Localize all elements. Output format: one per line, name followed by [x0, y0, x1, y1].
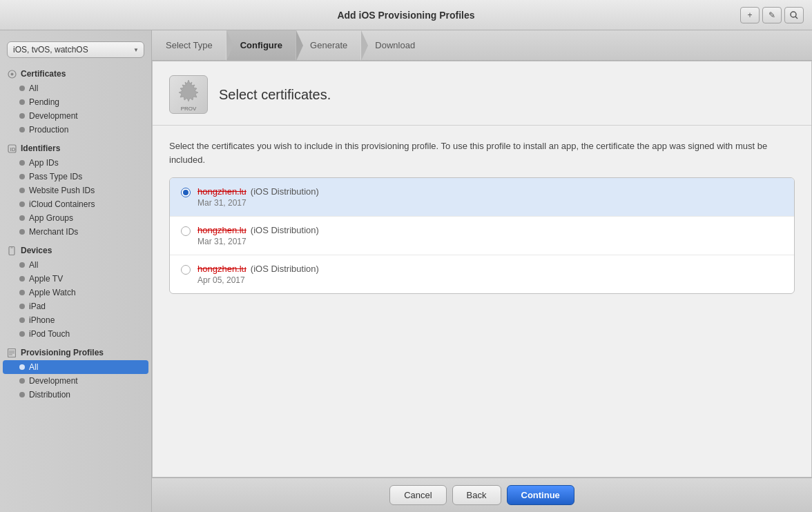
dot-icon — [19, 276, 25, 282]
sidebar-section-certificates: Certificates All Pending Development Pro… — [0, 66, 151, 137]
step-download[interactable]: Download — [361, 30, 429, 60]
sidebar-item-production[interactable]: Production — [0, 123, 151, 137]
svg-text:ID: ID — [10, 146, 15, 152]
sidebar-item-website-push-ids[interactable]: Website Push IDs — [0, 184, 151, 197]
sidebar-item-apple-watch[interactable]: Apple Watch — [0, 286, 151, 299]
cert-date-3: Apr 05, 2017 — [197, 275, 319, 285]
platform-select-wrapper[interactable]: iOS, tvOS, watchOS macOS — [7, 41, 144, 58]
dot-icon — [19, 113, 25, 119]
cancel-button[interactable]: Cancel — [389, 485, 446, 505]
sidebar-section-identifiers: ID Identifiers App IDs Pass Type IDs Web… — [0, 141, 151, 239]
window-title: Add iOS Provisioning Profiles — [337, 10, 474, 21]
bottom-bar: Cancel Back Continue — [152, 477, 812, 512]
step-generate[interactable]: Generate — [296, 30, 361, 60]
identifiers-label: Identifiers — [21, 144, 60, 153]
main-layout: iOS, tvOS, watchOS macOS Certificates Al… — [0, 30, 812, 512]
sidebar-item-app-groups[interactable]: App Groups — [0, 211, 151, 225]
sidebar-item-all-profiles[interactable]: All — [3, 360, 148, 374]
sidebar-section-header-profiles: Provisioning Profiles — [0, 345, 151, 360]
cert-item-2[interactable]: hongzhen.lu (iOS Distribution) Mar 31, 2… — [170, 217, 794, 255]
identifier-icon: ID — [7, 144, 17, 153]
dot-icon — [19, 290, 25, 295]
sidebar-section-provisioning-profiles: Provisioning Profiles All Development Di… — [0, 345, 151, 402]
sidebar-item-app-ids[interactable]: App IDs — [0, 156, 151, 170]
cert-name-text-2: hongzhen.lu — [197, 225, 246, 235]
cert-name-1: hongzhen.lu (iOS Distribution) — [197, 186, 319, 197]
title-bar-actions: + ✎ — [740, 7, 804, 23]
sidebar-item-icloud-containers[interactable]: iCloud Containers — [0, 197, 151, 211]
edit-button[interactable]: ✎ — [762, 7, 782, 23]
sidebar-item-pending[interactable]: Pending — [0, 95, 151, 109]
sidebar-item-pass-type-ids[interactable]: Pass Type IDs — [0, 170, 151, 184]
dot-icon — [19, 262, 25, 268]
panel-icon: PROV — [169, 75, 208, 114]
sidebar-item-ipad[interactable]: iPad — [0, 299, 151, 313]
step-bar: Select Type Configure Generate Download — [152, 30, 812, 61]
sidebar-item-ipod-touch[interactable]: iPod Touch — [0, 327, 151, 341]
cert-type-2: (iOS Distribution) — [251, 225, 319, 235]
sidebar: iOS, tvOS, watchOS macOS Certificates Al… — [0, 30, 152, 512]
dot-icon — [19, 364, 25, 370]
sidebar-section-header-devices: Devices — [0, 243, 151, 258]
dot-icon — [19, 127, 25, 132]
platform-select[interactable]: iOS, tvOS, watchOS macOS — [7, 41, 144, 58]
search-icon — [790, 11, 798, 19]
back-button[interactable]: Back — [452, 485, 501, 505]
cert-info-1: hongzhen.lu (iOS Distribution) Mar 31, 2… — [197, 186, 319, 208]
cert-date-2: Mar 31, 2017 — [197, 237, 319, 246]
sidebar-section-header-certificates: Certificates — [0, 66, 151, 81]
cert-item-3[interactable]: hongzhen.lu (iOS Distribution) Apr 05, 2… — [170, 255, 794, 293]
panel: PROV Select certificates. Select the cer… — [152, 61, 812, 477]
gear-icon — [176, 77, 201, 102]
panel-header: PROV Select certificates. — [153, 61, 811, 126]
devices-label: Devices — [21, 246, 52, 255]
cert-radio-1[interactable] — [181, 188, 191, 197]
cert-item-1[interactable]: hongzhen.lu (iOS Distribution) Mar 31, 2… — [170, 178, 794, 217]
cert-name-3: hongzhen.lu (iOS Distribution) — [197, 264, 319, 274]
sidebar-item-development-profiles[interactable]: Development — [0, 374, 151, 388]
dot-icon — [19, 392, 25, 397]
step-configure[interactable]: Configure — [226, 30, 296, 60]
dot-icon — [19, 188, 25, 193]
add-button[interactable]: + — [740, 7, 760, 23]
cert-info-3: hongzhen.lu (iOS Distribution) Apr 05, 2… — [197, 264, 319, 285]
sidebar-item-all-devices[interactable]: All — [0, 258, 151, 272]
dot-icon — [19, 86, 25, 91]
sidebar-item-distribution-profiles[interactable]: Distribution — [0, 388, 151, 402]
continue-button[interactable]: Continue — [507, 485, 574, 505]
provisioning-profiles-label: Provisioning Profiles — [21, 348, 104, 357]
platform-selector[interactable]: iOS, tvOS, watchOS macOS — [7, 41, 144, 58]
sidebar-item-development-certs[interactable]: Development — [0, 109, 151, 123]
cert-name-2: hongzhen.lu (iOS Distribution) — [197, 225, 319, 235]
cert-radio-3[interactable] — [181, 265, 191, 275]
dot-icon — [19, 229, 25, 235]
dot-icon — [19, 201, 25, 207]
cert-radio-2[interactable] — [181, 226, 191, 236]
panel-body: Select the certificates you wish to incl… — [153, 126, 811, 477]
search-button[interactable] — [784, 7, 804, 23]
certificates-label: Certificates — [21, 69, 66, 79]
certificate-icon — [7, 69, 17, 79]
cert-name-text-3: hongzhen.lu — [197, 264, 246, 274]
sidebar-item-apple-tv[interactable]: Apple TV — [0, 272, 151, 286]
dot-icon — [19, 174, 25, 179]
dot-icon — [19, 160, 25, 166]
cert-type-1: (iOS Distribution) — [251, 186, 319, 197]
cert-type-3: (iOS Distribution) — [251, 264, 319, 274]
sidebar-section-devices: Devices All Apple TV Apple Watch iPad iP… — [0, 243, 151, 341]
dot-icon — [19, 215, 25, 221]
device-icon — [7, 246, 17, 255]
sidebar-item-iphone[interactable]: iPhone — [0, 313, 151, 327]
step-select-type[interactable]: Select Type — [152, 30, 226, 60]
cert-date-1: Mar 31, 2017 — [197, 198, 319, 208]
svg-point-0 — [791, 12, 796, 17]
dot-icon — [19, 331, 25, 337]
dot-icon — [19, 304, 25, 309]
svg-line-1 — [795, 17, 798, 19]
panel-title: Select certificates. — [219, 87, 331, 103]
cert-name-text-1: hongzhen.lu — [197, 186, 246, 197]
sidebar-item-all-certs[interactable]: All — [0, 81, 151, 95]
sidebar-item-merchant-ids[interactable]: Merchant IDs — [0, 225, 151, 239]
dot-icon — [19, 378, 25, 384]
content-area: Select Type Configure Generate Download — [152, 30, 812, 512]
